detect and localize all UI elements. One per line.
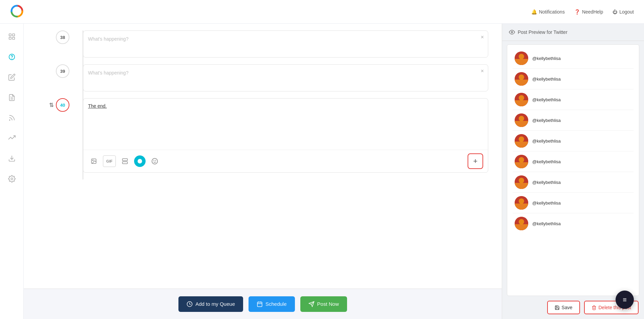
svg-rect-31: [515, 59, 528, 65]
logout-icon: ⏻: [613, 9, 617, 15]
svg-rect-4: [12, 37, 14, 39]
svg-point-38: [519, 95, 524, 101]
svg-rect-43: [515, 142, 528, 148]
trash-icon: [592, 305, 597, 310]
svg-point-41: [519, 116, 524, 121]
bottom-bar: Add to my Queue Schedule Post Now: [24, 289, 502, 319]
sidebar: [0, 24, 24, 319]
sidebar-item-compose[interactable]: [6, 71, 18, 83]
preview-item-6: @kellybethlisa: [513, 151, 634, 172]
tweet-row-40: ⇅ 40 The end.: [37, 98, 488, 173]
tweet-content-40: The end.: [88, 103, 483, 109]
svg-rect-37: [515, 100, 528, 106]
tweet-close-38[interactable]: ×: [481, 34, 484, 40]
avatar-8: [515, 196, 528, 210]
avatar-4: [515, 113, 528, 127]
sidebar-item-billing[interactable]: [6, 51, 18, 63]
content-area: 38 What's happening? × 39: [24, 24, 502, 319]
svg-point-50: [519, 178, 524, 183]
sidebar-item-dashboard[interactable]: [6, 30, 18, 43]
svg-point-35: [519, 75, 524, 80]
save-icon: [555, 305, 560, 310]
emoji-btn[interactable]: [149, 155, 160, 167]
preview-username-1: @kellybethlisa: [532, 56, 561, 61]
tweet-box-40[interactable]: The end. GIF: [83, 98, 488, 173]
add-tweet-btn[interactable]: +: [468, 153, 483, 169]
sidebar-item-settings[interactable]: [6, 173, 18, 185]
svg-point-32: [519, 54, 524, 59]
schedule-button[interactable]: Schedule: [249, 296, 295, 312]
svg-rect-34: [515, 80, 528, 86]
avatar-3: [515, 93, 528, 106]
queue-button[interactable]: Add to my Queue: [178, 296, 243, 312]
main-layout: 38 What's happening? × 39: [0, 24, 644, 319]
svg-rect-49: [515, 183, 528, 189]
svg-point-47: [519, 157, 524, 163]
svg-rect-13: [123, 159, 128, 161]
avatar-5: [515, 134, 528, 148]
sidebar-item-posts[interactable]: [6, 91, 18, 104]
avatar-7: [515, 175, 528, 189]
preview-username-6: @kellybethlisa: [532, 159, 561, 164]
svg-rect-52: [515, 204, 528, 210]
svg-rect-14: [123, 162, 128, 164]
preview-item-7: @kellybethlisa: [513, 172, 634, 193]
image-btn[interactable]: [88, 155, 100, 167]
bell-icon: 🔔: [531, 9, 537, 15]
preview-accounts-list: @kellybethlisa @kellybethlisa @kellybeth…: [513, 48, 634, 234]
notifications-nav[interactable]: 🔔 Notifications: [531, 9, 565, 15]
svg-point-53: [519, 198, 524, 204]
svg-rect-22: [257, 302, 262, 307]
svg-rect-55: [515, 224, 528, 230]
preview-username-5: @kellybethlisa: [532, 139, 561, 144]
logo: [10, 4, 24, 19]
avatar-6: [515, 155, 528, 168]
tweet-box-38[interactable]: What's happening? ×: [83, 30, 488, 58]
preview-item-5: @kellybethlisa: [513, 131, 634, 151]
svg-point-18: [152, 158, 158, 164]
tweet-box-39[interactable]: What's happening? ×: [83, 64, 488, 91]
svg-rect-2: [12, 34, 14, 36]
tweet-row-38: 38 What's happening? ×: [37, 30, 488, 58]
tweet-placeholder-39: What's happening?: [88, 70, 128, 76]
logout-nav[interactable]: ⏻ Logout: [613, 9, 634, 15]
gif-btn[interactable]: GIF: [103, 155, 116, 167]
preview-username-2: @kellybethlisa: [532, 77, 561, 82]
preview-item-3: @kellybethlisa: [513, 89, 634, 110]
preview-username-9: @kellybethlisa: [532, 221, 561, 226]
tweet-placeholder-38: What's happening?: [88, 36, 128, 42]
svg-rect-40: [515, 121, 528, 127]
preview-panel: Post Preview for Twitter: [502, 24, 644, 319]
fab-button[interactable]: ≡: [616, 291, 634, 309]
preview-username-7: @kellybethlisa: [532, 180, 561, 185]
sidebar-item-download[interactable]: [6, 152, 18, 165]
tweet-number-40: ⇅ 40: [56, 98, 69, 112]
svg-rect-46: [515, 162, 528, 168]
postnow-button[interactable]: Post Now: [300, 296, 347, 312]
tweet-close-39[interactable]: ×: [481, 68, 484, 74]
sort-icon: ⇅: [49, 102, 53, 108]
svg-rect-1: [9, 34, 11, 36]
preview-username-4: @kellybethlisa: [532, 118, 561, 123]
needhelp-nav[interactable]: ❓ NeedHelp: [574, 9, 603, 15]
avatar-9: [515, 217, 528, 230]
preview-item-4: @kellybethlisa: [513, 110, 634, 131]
avatar-1: [515, 51, 528, 65]
thread-editor: 38 What's happening? × 39: [24, 24, 502, 289]
preview-title: Post Preview for Twitter: [518, 29, 567, 35]
svg-point-28: [511, 31, 513, 33]
sidebar-item-feed[interactable]: [6, 112, 18, 124]
preview-username-8: @kellybethlisa: [532, 200, 561, 206]
brand-btn[interactable]: [134, 155, 146, 167]
avatar-2: [515, 72, 528, 86]
tweet-row-39: 39 What's happening? ×: [37, 64, 488, 91]
svg-point-8: [9, 120, 10, 121]
save-button[interactable]: Save: [547, 301, 580, 314]
needhelp-label: NeedHelp: [582, 9, 603, 15]
header-nav: 🔔 Notifications ❓ NeedHelp ⏻ Logout: [531, 9, 634, 15]
svg-rect-3: [9, 37, 11, 39]
sidebar-item-analytics[interactable]: [6, 132, 18, 144]
preview-content[interactable]: @kellybethlisa @kellybethlisa @kellybeth…: [507, 44, 639, 296]
help-icon: ❓: [574, 9, 580, 15]
attach-btn[interactable]: [119, 155, 131, 167]
